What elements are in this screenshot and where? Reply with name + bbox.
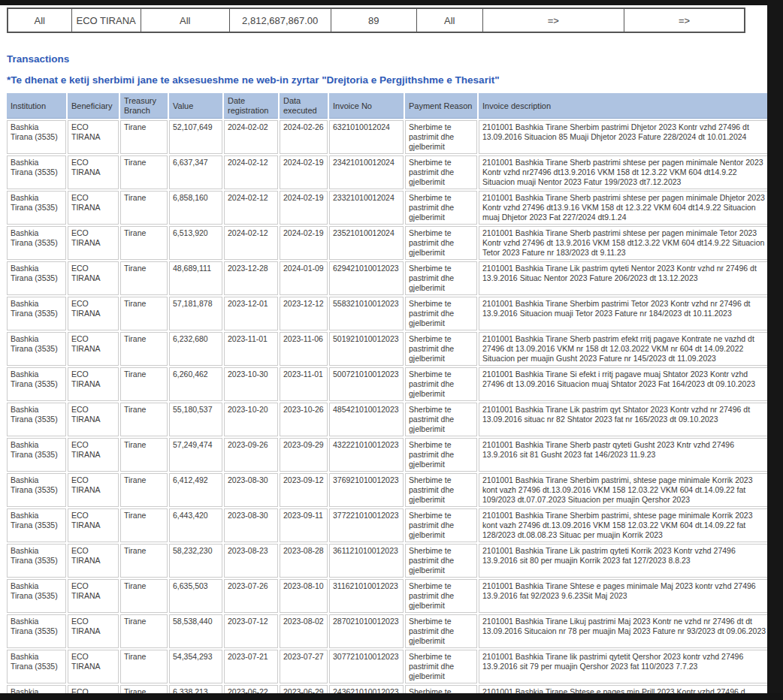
cell-beneficiary: ECO TIRANA [68, 508, 119, 542]
cell-date-executed: 2023-07-27 [280, 650, 328, 683]
cell-invoice-no: 6321010012024 [329, 120, 404, 154]
table-row: Bashkia Tirana (3535)ECO TIRANATirane58,… [7, 614, 773, 648]
cell-institution: Bashkia Tirana (3535) [7, 332, 66, 366]
cell-value: 58,232,230 [169, 544, 222, 578]
cell-treasury-branch: Tirane [120, 508, 168, 542]
table-row: Bashkia Tirana (3535)ECO TIRANATirane6,6… [7, 155, 773, 189]
cell-treasury-branch: Tirane [120, 367, 168, 401]
cell-value: 48,689,111 [169, 261, 222, 295]
cell-date-registration: 2023-09-26 [224, 438, 278, 472]
table-row: Bashkia Tirana (3535)ECO TIRANATirane57,… [7, 438, 773, 472]
cell-date-registration: 2023-10-20 [224, 403, 278, 436]
table-header-row: InstitutionBeneficiaryTreasury BranchVal… [7, 93, 773, 119]
table-row: Bashkia Tirana (3535)ECO TIRANATirane48,… [7, 261, 773, 295]
table-row: Bashkia Tirana (3535)ECO TIRANATirane6,4… [7, 473, 773, 507]
cell-institution: Bashkia Tirana (3535) [7, 473, 66, 507]
column-header-value: Value [169, 93, 222, 119]
cell-invoice-description: 2101001 Bashkia Tirane Sherbim pastrimi,… [479, 473, 773, 507]
cell-payment-reason: Sherbime te pastrimit dhe gjelberimit [405, 261, 477, 295]
cell-invoice-no: 501921010012023 [329, 332, 404, 366]
cell-treasury-branch: Tirane [120, 191, 168, 225]
cell-invoice-description: 2101001 Bashkia Tirane Likuj pastrimi Ma… [479, 614, 773, 648]
cell-date-registration: 2023-08-30 [224, 508, 278, 542]
cell-treasury-branch: Tirane [120, 297, 168, 330]
cell-value: 6,232,680 [169, 332, 222, 366]
cell-date-registration: 2023-07-12 [224, 614, 278, 648]
cell-value: 57,249,474 [169, 438, 222, 472]
filter-apply-arrow-1[interactable]: => [482, 8, 624, 32]
cell-treasury-branch: Tirane [120, 226, 168, 260]
cell-invoice-no: 311621010012023 [329, 579, 404, 613]
column-header-institution: Institution [7, 93, 66, 119]
cell-value: 55,180,537 [169, 403, 222, 436]
cell-institution: Bashkia Tirana (3535) [7, 508, 66, 542]
column-header-beneficiary: Beneficiary [68, 93, 119, 119]
cell-value: 6,513,920 [169, 226, 222, 260]
page-content: AllECO TIRANAAll2,812,687,867.0089All=>=… [0, 5, 767, 700]
filter-apply-arrow-2[interactable]: => [624, 8, 745, 32]
filter-reason[interactable]: All [416, 8, 482, 32]
cell-invoice-no: 307721010012023 [329, 650, 404, 683]
column-header-date-registration: Date registration [224, 93, 278, 119]
cell-value: 52,107,649 [169, 120, 222, 154]
cell-institution: Bashkia Tirana (3535) [7, 226, 66, 260]
cell-institution: Bashkia Tirana (3535) [7, 438, 66, 472]
column-header-invoice-description: Invoice description [479, 93, 773, 119]
cell-date-executed: 2023-09-29 [280, 438, 328, 472]
cell-payment-reason: Sherbime te pastrimit dhe gjelberimit [405, 191, 477, 225]
cell-treasury-branch: Tirane [120, 544, 168, 578]
cell-beneficiary: ECO TIRANA [68, 614, 119, 648]
cell-invoice-description: 2101001 Bashkia Tirane Sherbim pastrimi … [479, 297, 773, 330]
filter-institution[interactable]: All [8, 8, 71, 32]
cell-value: 6,412,492 [169, 473, 222, 507]
cell-beneficiary: ECO TIRANA [68, 650, 119, 683]
filter-bar: AllECO TIRANAAll2,812,687,867.0089All=>=… [7, 8, 745, 33]
cell-value: 6,443,420 [169, 508, 222, 542]
filter-beneficiary[interactable]: ECO TIRANA [71, 8, 141, 32]
cell-payment-reason: Sherbime te pastrimit dhe gjelberimit [405, 650, 477, 683]
cell-payment-reason: Sherbime te pastrimit dhe gjelberimit [405, 403, 477, 436]
cell-treasury-branch: Tirane [120, 473, 168, 507]
column-header-data-executed: Data executed [280, 93, 328, 119]
cell-institution: Bashkia Tirana (3535) [7, 261, 66, 295]
table-row: Bashkia Tirana (3535)ECO TIRANATirane6,6… [7, 579, 773, 613]
cell-date-registration: 2023-07-26 [224, 579, 278, 613]
cell-invoice-no: 23521010012024 [329, 226, 404, 260]
cell-institution: Bashkia Tirana (3535) [7, 544, 66, 578]
cell-value: 54,354,293 [169, 650, 222, 683]
cell-payment-reason: Sherbime te pastrimit dhe gjelberimit [405, 544, 477, 578]
filter-branch[interactable]: All [141, 8, 229, 32]
cell-date-registration: 2023-10-30 [224, 367, 278, 401]
cell-beneficiary: ECO TIRANA [68, 226, 119, 260]
cell-date-registration: 2024-02-02 [224, 120, 278, 154]
cell-beneficiary: ECO TIRANA [68, 438, 119, 472]
cell-institution: Bashkia Tirana (3535) [7, 403, 66, 436]
cell-treasury-branch: Tirane [120, 650, 168, 683]
cell-date-registration: 2023-07-21 [224, 650, 278, 683]
browser-page: AllECO TIRANAAll2,812,687,867.0089All=>=… [0, 0, 783, 700]
cell-invoice-description: 2101001 Bashkia Tirane Sherb pastrimi sh… [479, 226, 773, 260]
cell-invoice-description: 2101001 Bashkia Tirane Lik pastrim qytet… [479, 544, 773, 578]
filter-record-count[interactable]: 89 [331, 8, 416, 32]
transactions-heading: Transactions [7, 53, 767, 65]
transactions-table: InstitutionBeneficiaryTreasury BranchVal… [5, 92, 775, 700]
cell-invoice-no: 361121010012023 [329, 544, 404, 578]
cell-institution: Bashkia Tirana (3535) [7, 367, 66, 401]
filter-total-value[interactable]: 2,812,687,867.00 [229, 8, 331, 32]
cell-invoice-description: 2101001 Bashkia Tirane Sherb pastrim efe… [479, 332, 773, 366]
table-row: Bashkia Tirana (3535)ECO TIRANATirane58,… [7, 544, 773, 578]
cell-beneficiary: ECO TIRANA [68, 155, 119, 189]
cell-date-executed: 2023-12-12 [280, 297, 328, 330]
cell-payment-reason: Sherbime te pastrimit dhe gjelberimit [405, 332, 477, 366]
cell-invoice-description: 2101001 Bashkia Tirane Lik pastrim qyt S… [479, 403, 773, 436]
column-header-payment-reason: Payment Reason [405, 93, 477, 119]
cell-treasury-branch: Tirane [120, 614, 168, 648]
cell-institution: Bashkia Tirana (3535) [7, 579, 66, 613]
cell-invoice-description: 2101001 Bashkia Tirane Sherb pastr qytet… [479, 438, 773, 472]
table-row: Bashkia Tirana (3535)ECO TIRANATirane6,5… [7, 226, 773, 260]
cell-beneficiary: ECO TIRANA [68, 261, 119, 295]
cell-invoice-no: 500721010012023 [329, 367, 404, 401]
cell-institution: Bashkia Tirana (3535) [7, 191, 66, 225]
cell-treasury-branch: Tirane [120, 579, 168, 613]
cell-institution: Bashkia Tirana (3535) [7, 614, 66, 648]
